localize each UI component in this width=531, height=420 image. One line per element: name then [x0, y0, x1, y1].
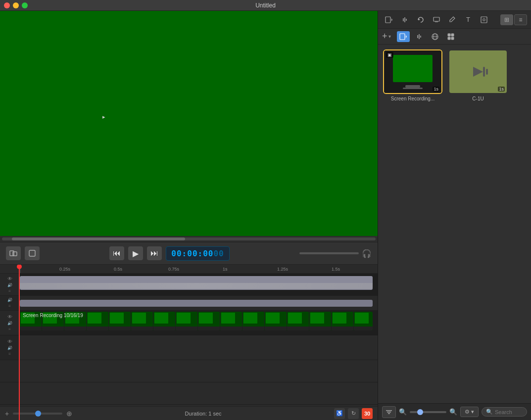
media-thumb-screen-recording[interactable]: ▣ 1s — [383, 49, 442, 94]
timecode-value: 00:00:00 — [171, 249, 213, 258]
svg-rect-9 — [483, 19, 485, 21]
duration-text: Duration: 1 sec — [76, 411, 330, 417]
playhead — [19, 265, 20, 273]
rt-audio-button[interactable] — [398, 14, 412, 26]
ruler-bg: 0.25s 0.5s 0.75s 1s 1.25s 1.5s 1.75s 2s — [20, 265, 378, 273]
clip-mode-button[interactable] — [6, 246, 21, 260]
ruler-mark-075: 0.75s — [168, 267, 179, 272]
gear-settings-button[interactable]: ⚙ ▾ — [460, 407, 479, 417]
svg-rect-15 — [448, 34, 450, 36]
preview-scrollbar[interactable] — [0, 236, 378, 242]
track-visibility2-icon[interactable]: 👁 — [7, 339, 12, 344]
media-name-recording: Screen Recording... — [391, 96, 434, 101]
track-row-audio-sub: 🔊 ≡ — [0, 296, 378, 311]
bottom-bar: + ⊕ Duration: 1 sec ♿ ↻ 30 — [0, 406, 378, 420]
track-visibility-icon[interactable]: 👁 — [7, 276, 12, 281]
duration-badge-recording: 1s — [433, 87, 439, 92]
track-video-menu: ≡ — [8, 327, 11, 331]
filter-button[interactable] — [382, 406, 396, 418]
search-icon: 🔍 — [486, 409, 493, 415]
zoom-thumb — [35, 411, 41, 417]
svg-rect-21 — [486, 69, 488, 75]
media-item-screen-recording[interactable]: ▣ 1s Screen Recording... — [383, 49, 442, 101]
track-audio-icon: 🔊 — [7, 283, 12, 287]
list-view-button[interactable]: ≡ — [514, 14, 527, 25]
track-empty-header-1 — [0, 360, 20, 382]
timecode-frames: 00 — [213, 249, 224, 258]
track-empty-body-1 — [20, 360, 378, 382]
zoom-slider[interactable] — [13, 413, 62, 415]
media-thumb-audio[interactable]: 1s — [448, 49, 508, 94]
track-body-video[interactable]: Screen Recording 10/16/19 — [20, 311, 378, 335]
gear-icon: ⚙ — [465, 409, 470, 415]
audio-sub-clip[interactable] — [20, 300, 373, 307]
media-name-audio: C-1U — [472, 96, 483, 101]
svg-rect-18 — [451, 37, 454, 40]
track-body-audio-sub[interactable] — [20, 296, 378, 310]
scrollbar-track — [2, 237, 376, 240]
play-button[interactable]: ▶ — [128, 246, 143, 260]
share-button[interactable]: ↻ — [348, 408, 359, 419]
rt-video-button[interactable] — [382, 14, 396, 26]
rt-display-button[interactable] — [430, 14, 443, 26]
count-badge[interactable]: 30 — [362, 408, 373, 419]
track-body-audio[interactable]: C-1U — [20, 274, 378, 295]
svg-rect-3 — [386, 17, 390, 23]
rt-refresh-button[interactable] — [414, 14, 428, 26]
headphone-icon: 🎧 — [362, 249, 372, 258]
close-button[interactable] — [4, 2, 10, 8]
maximize-button[interactable] — [22, 2, 28, 8]
trim-button[interactable] — [25, 246, 40, 260]
duration-badge-audio: 1s — [498, 87, 505, 92]
track-body-video-audio[interactable] — [20, 335, 378, 360]
svg-rect-17 — [448, 37, 450, 40]
rt-transform-button[interactable] — [477, 14, 491, 26]
left-panel: ▸ ⏮ ▶ ⏭ — [0, 11, 378, 420]
svg-rect-2 — [29, 250, 35, 256]
volume-area: 🎧 — [299, 249, 372, 258]
accessibility-button[interactable]: ♿ — [334, 408, 345, 419]
search-input[interactable] — [495, 409, 523, 415]
add-icon: + — [382, 31, 387, 42]
cat-media-button[interactable] — [397, 31, 410, 42]
rt-pen-button[interactable] — [445, 14, 459, 26]
zoom-track-slider[interactable] — [410, 411, 446, 413]
category-icons — [397, 31, 457, 42]
zoom-out-button[interactable]: 🔍 — [399, 408, 407, 416]
tracks-container: 0.25s 0.5s 0.75s 1s 1.25s 1.5s 1.75s 2s … — [0, 265, 378, 420]
ruler-mark-050: 0.5s — [114, 267, 122, 272]
audio-waveform — [20, 283, 373, 289]
bottom-icons: ♿ ↻ 30 — [334, 408, 373, 419]
track-visibility-icon-video[interactable]: 👁 — [7, 314, 12, 320]
cat-audio-button[interactable] — [413, 31, 426, 42]
titlebar: Untitled — [0, 0, 531, 11]
minimize-button[interactable] — [13, 2, 19, 8]
grid-view-button[interactable]: ⊞ — [500, 14, 513, 25]
media-item-audio[interactable]: 1s C-1U — [448, 49, 508, 101]
volume-bar[interactable] — [299, 252, 359, 254]
zoom-minus-button[interactable]: + — [5, 410, 9, 418]
track-sub2-menu: ≡ — [8, 352, 11, 356]
audio-clip[interactable] — [20, 276, 373, 290]
window-title: Untitled — [255, 2, 276, 9]
cat-globe-button[interactable] — [429, 31, 441, 42]
add-media-button[interactable]: + ▾ — [382, 31, 391, 42]
video-preview[interactable]: ▸ — [0, 11, 378, 236]
svg-rect-6 — [434, 17, 439, 21]
skip-to-end-button[interactable]: ⏭ — [147, 246, 162, 260]
cat-apps-button[interactable] — [444, 31, 457, 42]
svg-marker-4 — [391, 18, 392, 21]
right-filter-bottom: 🔍 🔍 ⚙ ▾ 🔍 — [378, 403, 531, 420]
scrollbar-thumb[interactable] — [12, 237, 185, 240]
track-row-video-audio: 👁 🔊 ≡ — [0, 335, 378, 360]
rt-type-button[interactable]: T — [461, 14, 475, 26]
track-empty-2 — [0, 382, 378, 405]
skip-to-start-button[interactable]: ⏮ — [109, 246, 124, 260]
zoom-plus-button[interactable]: ⊕ — [66, 410, 72, 418]
right-toolbar: T ⊞ ≡ — [378, 11, 531, 29]
track-empty-body-2 — [20, 382, 378, 404]
controls-bar: ⏮ ▶ ⏭ 00:00:0000 🎧 — [0, 242, 378, 265]
ruler-mark-1s: 1s — [223, 267, 228, 272]
zoom-in-button[interactable]: 🔍 — [449, 408, 457, 416]
zoom-track-thumb — [417, 409, 423, 415]
